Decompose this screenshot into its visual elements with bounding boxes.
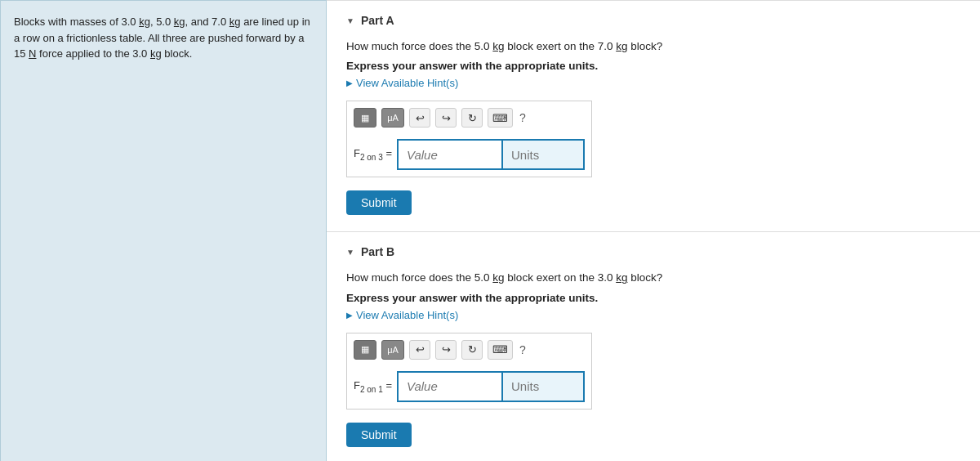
keyboard-icon-a: ⌨	[492, 112, 508, 124]
part-a-formula-sub: 2 on 3	[360, 153, 383, 162]
hint-arrow-icon-a: ▶	[346, 78, 353, 87]
part-a-value-input[interactable]	[397, 139, 503, 170]
part-b-formula-label: F2 on 1 =	[354, 379, 392, 394]
part-b-question: How much force does the 5.0 kg block exe…	[346, 270, 960, 286]
part-a-label: Part A	[361, 14, 394, 27]
part-a-question: How much force does the 5.0 kg block exe…	[346, 38, 960, 55]
mu-icon-a: μA	[387, 113, 399, 123]
part-a-express: Express your answer with the appropriate…	[346, 60, 960, 72]
description-text: Blocks with masses of 3.0 kg, 5.0 kg, an…	[14, 16, 310, 60]
part-a-hint-link[interactable]: ▶ View Available Hint(s)	[346, 77, 960, 89]
part-a-hint-text: View Available Hint(s)	[356, 77, 458, 89]
undo-icon-b: ↩	[416, 343, 425, 356]
part-a-section: ▼ Part A How much force does the 5.0 kg …	[327, 0, 980, 231]
keyboard-button-b[interactable]: ⌨	[488, 340, 513, 360]
part-b-formula-sub: 2 on 1	[360, 384, 383, 393]
part-a-units-input[interactable]	[503, 139, 585, 170]
part-b-label: Part B	[361, 245, 394, 258]
part-b-toolbar: ▦ μA ↩ ↪ ↻ ⌨ ?	[354, 340, 585, 365]
part-b-submit-button[interactable]: Submit	[346, 423, 412, 447]
help-button-a[interactable]: ?	[518, 111, 528, 124]
redo-button-b[interactable]: ↪	[435, 340, 457, 360]
part-b-hint-text: View Available Hint(s)	[356, 309, 458, 321]
redo-icon-b: ↪	[442, 343, 451, 356]
part-b-value-input[interactable]	[397, 371, 503, 402]
grid-icon-b: ▦	[361, 344, 369, 355]
grid-icon-button-b[interactable]: ▦	[354, 340, 376, 360]
grid-icon-button-a[interactable]: ▦	[354, 108, 376, 128]
part-b-hint-link[interactable]: ▶ View Available Hint(s)	[346, 309, 960, 321]
redo-button-a[interactable]: ↪	[435, 108, 457, 128]
part-a-input-row: F2 on 3 =	[354, 139, 585, 170]
keyboard-icon-b: ⌨	[492, 343, 508, 356]
main-content: ▼ Part A How much force does the 5.0 kg …	[327, 0, 980, 461]
part-a-submit-label: Submit	[361, 196, 397, 209]
part-a-submit-button[interactable]: Submit	[346, 190, 412, 215]
refresh-icon-b: ↻	[468, 343, 477, 356]
refresh-icon-a: ↻	[468, 112, 477, 124]
part-a-header[interactable]: ▼ Part A	[346, 14, 960, 27]
part-a-formula-label: F2 on 3 =	[354, 147, 392, 162]
mu-button-b[interactable]: μA	[381, 340, 404, 360]
redo-icon-a: ↪	[442, 112, 451, 124]
refresh-button-a[interactable]: ↻	[461, 108, 483, 128]
part-a-toolbar: ▦ μA ↩ ↪ ↻ ⌨ ?	[354, 108, 585, 132]
hint-arrow-icon-b: ▶	[346, 311, 353, 320]
problem-description: Blocks with masses of 3.0 kg, 5.0 kg, an…	[0, 0, 327, 461]
help-icon-a: ?	[519, 111, 526, 124]
mu-icon-b: μA	[387, 345, 399, 355]
undo-icon-a: ↩	[416, 112, 425, 124]
refresh-button-b[interactable]: ↻	[461, 340, 483, 360]
mu-button-a[interactable]: μA	[381, 108, 404, 128]
part-b-units-input[interactable]	[503, 371, 585, 402]
part-b-submit-label: Submit	[361, 428, 397, 441]
help-button-b[interactable]: ?	[518, 343, 528, 356]
chevron-down-icon-b: ▼	[346, 248, 354, 257]
chevron-down-icon-a: ▼	[346, 16, 354, 25]
undo-button-a[interactable]: ↩	[409, 108, 430, 128]
part-b-header[interactable]: ▼ Part B	[346, 245, 960, 258]
help-icon-b: ?	[519, 343, 526, 356]
part-b-input-row: F2 on 1 =	[354, 371, 585, 402]
part-b-answer-box: ▦ μA ↩ ↪ ↻ ⌨ ?	[346, 333, 592, 410]
part-a-answer-box: ▦ μA ↩ ↪ ↻ ⌨ ?	[346, 101, 592, 177]
keyboard-button-a[interactable]: ⌨	[488, 108, 513, 128]
undo-button-b[interactable]: ↩	[409, 340, 430, 360]
part-b-section: ▼ Part B How much force does the 5.0 kg …	[327, 231, 980, 461]
part-b-express: Express your answer with the appropriate…	[346, 292, 960, 304]
grid-icon-a: ▦	[361, 113, 369, 123]
